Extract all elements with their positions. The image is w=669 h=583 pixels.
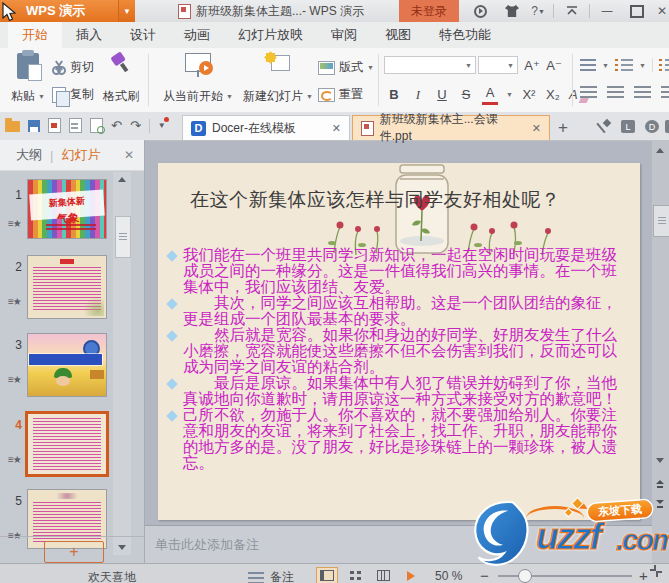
redo-icon[interactable]: ↷ xyxy=(130,118,141,133)
save-icon[interactable] xyxy=(28,120,40,132)
docer-round-icon[interactable]: D xyxy=(645,120,659,133)
diamond-bullet-icon xyxy=(166,250,177,261)
slide-title[interactable]: 在这个新集体应该怎样与同学友好相处呢？ xyxy=(190,187,620,213)
doc-tab-current[interactable]: 新班级新集体主...会课件.ppt ✕ xyxy=(352,115,550,140)
font-color-button[interactable]: A xyxy=(482,84,498,105)
play-from-current-button[interactable]: 从当前开始▼ xyxy=(158,53,238,105)
bullet-item: 其次，同学之间应该互相帮助。这是一个团队团结的象征，更是组成一个团队最基本的要求… xyxy=(168,295,630,327)
tab-animation[interactable]: 动画 xyxy=(170,22,224,48)
document-title: 新班级新集体主题...- WPS 演示 xyxy=(178,0,364,22)
add-slide-button[interactable]: + xyxy=(44,541,104,563)
font-name-select[interactable]: ▼ xyxy=(384,56,476,74)
slide-thumbnail-2[interactable] xyxy=(28,256,106,318)
tab-view[interactable]: 视图 xyxy=(371,22,425,48)
cut-button[interactable]: 剪切 xyxy=(52,59,94,76)
tab-home[interactable]: 开始 xyxy=(8,22,62,48)
minimize-button[interactable]: — xyxy=(599,3,615,19)
previous-slide-icon[interactable] xyxy=(656,480,664,484)
scroll-down-icon[interactable] xyxy=(656,458,664,463)
wps-app-button[interactable]: WPS 演示 xyxy=(0,0,118,22)
partial-icon[interactable] xyxy=(665,120,669,133)
skin-theme-icon[interactable] xyxy=(504,3,520,19)
strikethrough-button[interactable]: S xyxy=(458,86,474,104)
slide-panel-scrollbar[interactable] xyxy=(113,172,131,555)
grow-font-button[interactable]: A⁺ xyxy=(524,56,540,74)
copy-icon xyxy=(52,87,66,103)
shrink-font-button[interactable]: A⁻ xyxy=(546,56,562,74)
uzzf-swirl-logo xyxy=(470,500,540,566)
font-color-dropdown-icon[interactable]: ▼ xyxy=(506,91,513,98)
collapse-ribbon-icon[interactable] xyxy=(564,3,580,19)
tab-slides[interactable]: 幻灯片 xyxy=(61,146,100,164)
export-pdf-icon[interactable] xyxy=(48,118,61,133)
notes-lines-icon[interactable] xyxy=(248,572,264,583)
new-slide-button[interactable]: 新建幻灯片▼ xyxy=(240,53,316,105)
zoom-slider[interactable] xyxy=(498,575,632,577)
view-grid-button[interactable] xyxy=(372,567,394,583)
ribbon-toolbar: 粘贴▼ 剪切 复制 格式刷 从当前开始▼ 新建幻灯片▼ 版式▼ 重置 ▼ ▼ A… xyxy=(0,48,669,113)
italic-button[interactable]: I xyxy=(410,86,426,104)
paste-icon xyxy=(17,53,39,79)
diamond-bullet-icon xyxy=(166,378,177,389)
underline-button[interactable]: U xyxy=(434,86,450,104)
close-tab-icon[interactable]: ✕ xyxy=(532,122,541,135)
doc-tab-docer[interactable]: D Docer-在线模板 ✕ xyxy=(182,115,350,140)
align-left-button[interactable] xyxy=(580,86,597,99)
document-title-label: 新班级新集体主题...- WPS 演示 xyxy=(196,3,364,20)
close-tab-icon[interactable]: ✕ xyxy=(332,122,341,135)
indent-button[interactable] xyxy=(659,59,669,72)
new-tab-button[interactable]: + xyxy=(558,118,568,138)
bold-button[interactable]: B xyxy=(386,86,402,104)
slide-thumbnail-1[interactable]: 新集体新 气象 xyxy=(28,180,106,238)
layout-button[interactable]: 版式▼ xyxy=(318,59,374,76)
scroll-up-icon[interactable] xyxy=(656,148,664,153)
transition-star-icon: ≡★ xyxy=(8,296,21,307)
copy-button[interactable]: 复制 xyxy=(52,86,94,103)
scroll-up-icon[interactable] xyxy=(118,177,126,182)
tab-insert[interactable]: 插入 xyxy=(62,22,116,48)
customize-toolbar-icon[interactable]: ▼ xyxy=(158,121,166,130)
task-pane-icon[interactable]: L xyxy=(621,120,635,133)
slideshow-play-button[interactable] xyxy=(400,567,422,583)
tab-special-features[interactable]: 特色功能 xyxy=(425,22,505,48)
print-icon[interactable] xyxy=(69,118,82,133)
magic-wand-icon[interactable] xyxy=(597,120,611,133)
close-panel-icon[interactable]: ✕ xyxy=(124,148,134,162)
open-file-icon[interactable] xyxy=(5,121,20,132)
help-button[interactable]: ?▼ xyxy=(527,3,549,19)
slide-thumbnail-4[interactable] xyxy=(28,414,106,474)
view-sorter-button[interactable] xyxy=(344,567,366,583)
bullet-list-button[interactable] xyxy=(580,59,596,71)
title-bar: WPS 演示 ▼ 新班级新集体主题...- WPS 演示 未登录 ?▼ — ✕ xyxy=(0,0,669,23)
wps-app-dropdown-icon[interactable]: ▼ xyxy=(118,0,135,22)
tab-outline[interactable]: 大纲 xyxy=(16,146,42,164)
notes-toggle[interactable]: 备注 xyxy=(270,569,294,583)
align-center-button[interactable] xyxy=(607,86,624,99)
undo-icon[interactable]: ↶ xyxy=(111,118,122,133)
maximize-button[interactable] xyxy=(629,3,645,19)
slide-canvas[interactable]: 在这个新集体应该怎样与同学友好相处呢？ xyxy=(158,163,640,520)
login-button[interactable]: 未登录 xyxy=(399,0,459,22)
zoom-slider-thumb[interactable] xyxy=(518,569,532,583)
reset-button[interactable]: 重置 xyxy=(318,86,363,103)
numbered-list-button[interactable] xyxy=(615,59,633,72)
print-preview-icon[interactable] xyxy=(90,118,103,133)
scrollbar-thumb[interactable] xyxy=(115,216,131,258)
format-painter-button[interactable]: 格式刷 xyxy=(100,53,142,105)
wps-cloud-icon[interactable] xyxy=(472,3,488,19)
paste-button[interactable]: 粘贴▼ xyxy=(6,53,50,105)
align-right-button[interactable] xyxy=(634,86,651,99)
superscript-button[interactable]: X² xyxy=(521,86,537,104)
close-button[interactable]: ✕ xyxy=(654,3,669,19)
align-justify-button[interactable] xyxy=(661,86,669,99)
subscript-button[interactable]: X₂ xyxy=(545,86,561,104)
view-normal-button[interactable] xyxy=(316,567,338,583)
transition-star-icon: ≡★ xyxy=(8,454,21,465)
slide-body-text[interactable]: 我们能在一个班里共同学习新知识，一起在空闲时间玩耍是班级成员之间的一种缘分。这是… xyxy=(168,247,630,471)
tab-slideshow[interactable]: 幻灯片放映 xyxy=(224,22,317,48)
slide-thumbnail-3[interactable] xyxy=(28,334,106,396)
tab-design[interactable]: 设计 xyxy=(116,22,170,48)
font-size-select[interactable]: ▼ xyxy=(478,56,518,74)
tab-review[interactable]: 审阅 xyxy=(317,22,371,48)
scrollbar-thumb[interactable] xyxy=(653,205,669,237)
